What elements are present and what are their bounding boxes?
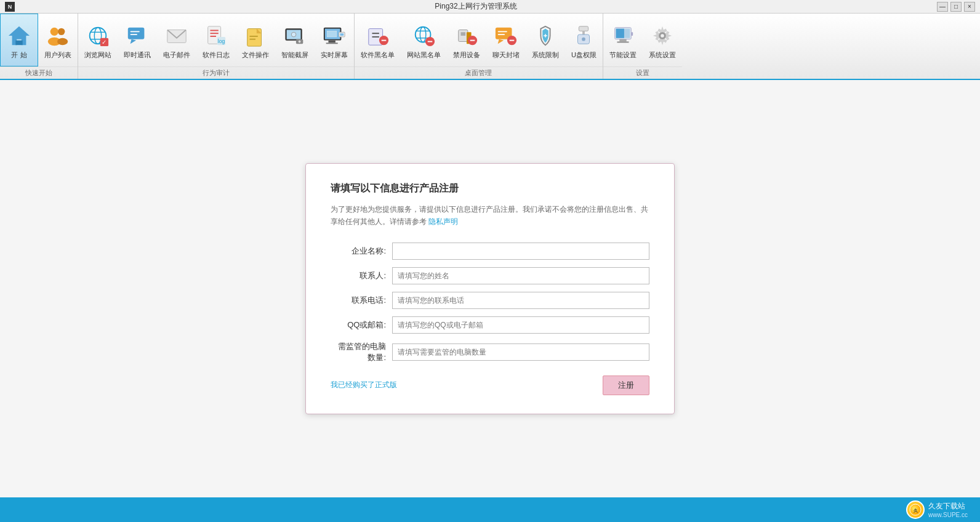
- already-bought-link[interactable]: 我已经购买了正式版: [331, 380, 397, 390]
- label-contact: 联系人:: [331, 270, 392, 281]
- toolbar-group-settings: 节能设置 系统设置 设置: [603, 14, 682, 79]
- bottom-bar: 久 久友下载站 www.SUPE.cc: [0, 497, 980, 522]
- svg-rect-71: [619, 39, 626, 41]
- toolbar-group-start: 开 始 用户列表 快速开始: [0, 14, 78, 79]
- toolbar-btn-browse[interactable]: ✓ 浏览网站: [78, 14, 118, 66]
- toolbar-label-userlist: 用户列表: [44, 50, 71, 60]
- input-pccount[interactable]: [392, 343, 649, 361]
- svg-marker-56: [498, 39, 504, 44]
- maximize-button[interactable]: □: [950, 2, 962, 12]
- toolbar-btn-im[interactable]: 即时通讯: [118, 14, 157, 66]
- toolbar-btn-userlist[interactable]: 用户列表: [38, 14, 78, 66]
- toolbar-label-sysconfig: 系统设置: [649, 50, 676, 60]
- toolbar: 开 始 用户列表 快速开始: [0, 14, 980, 80]
- toolbar-btn-webblack[interactable]: 网站黑名单: [401, 14, 447, 66]
- input-company[interactable]: [392, 243, 649, 260]
- label-company: 企业名称:: [331, 246, 392, 257]
- svg-rect-26: [250, 38, 256, 39]
- softlog-icon: log: [204, 23, 228, 48]
- toolbar-btn-realscreen[interactable]: 实时屏幕: [315, 14, 354, 66]
- register-button[interactable]: 注册: [603, 375, 649, 395]
- dialog-title: 请填写以下信息进行产品注册: [331, 182, 649, 195]
- email-icon: [164, 23, 189, 48]
- svg-rect-18: [211, 30, 219, 31]
- toolbar-label-screenshot: 智能截屏: [281, 50, 308, 60]
- svg-text:log: log: [218, 38, 225, 44]
- svg-rect-63: [579, 26, 588, 31]
- svg-rect-35: [329, 40, 335, 42]
- toolbar-btn-sysconfig[interactable]: 系统设置: [643, 14, 682, 66]
- dialog-description: 为了更好地为您提供服务，请提供以下信息进行产品注册。我们承诺不会将您的注册信息出…: [331, 204, 649, 227]
- form-row-phone: 联系电话:: [331, 292, 649, 309]
- toolbar-btn-start[interactable]: 开 始: [0, 14, 38, 66]
- toolbar-label-im: 即时通讯: [124, 50, 151, 60]
- svg-rect-57: [498, 31, 507, 32]
- input-phone[interactable]: [392, 292, 649, 309]
- input-contact[interactable]: [392, 267, 649, 284]
- svg-text:久: 久: [913, 508, 918, 513]
- toolbar-btn-forbiddev[interactable]: 禁用设备: [447, 14, 486, 66]
- privacy-link[interactable]: 隐私声明: [428, 217, 458, 226]
- registration-dialog: 请填写以下信息进行产品注册 为了更好地为您提供服务，请提供以下信息进行产品注册。…: [305, 163, 675, 414]
- svg-point-75: [661, 34, 664, 38]
- toolbar-group-label-settings: 设置: [603, 66, 682, 79]
- window-title: Ping32上网行为管理系统: [15, 1, 937, 12]
- svg-rect-19: [211, 33, 219, 34]
- toolbar-btn-softlog[interactable]: log 软件日志: [196, 14, 236, 66]
- toolbar-btn-fileop[interactable]: 文件操作: [236, 14, 275, 66]
- main-content: 请填写以下信息进行产品注册 为了更好地为您提供服务，请提供以下信息进行产品注册。…: [0, 80, 980, 497]
- svg-rect-38: [340, 33, 344, 36]
- form-row-company: 企业名称:: [331, 243, 649, 260]
- toolbar-label-energy: 节能设置: [609, 50, 637, 60]
- toolbar-label-fileop: 文件操作: [242, 50, 269, 60]
- toolbar-group-label-desktop: 桌面管理: [355, 66, 603, 79]
- svg-rect-15: [131, 34, 137, 35]
- file-icon: [243, 23, 268, 48]
- browse-icon: ✓: [86, 23, 110, 48]
- label-phone: 联系电话:: [331, 295, 392, 306]
- forbiddev-icon: [454, 23, 479, 48]
- form-row-contact: 联系人:: [331, 267, 649, 284]
- toolbar-btn-udisk[interactable]: U盘权限: [565, 14, 603, 66]
- svg-point-2: [50, 27, 58, 35]
- svg-point-66: [582, 37, 586, 41]
- input-qq[interactable]: [392, 316, 649, 334]
- svg-point-5: [57, 38, 68, 44]
- bottom-logo-text: 久友下载站 www.SUPE.cc: [928, 501, 968, 518]
- svg-marker-13: [131, 39, 137, 44]
- toolbar-btn-softblack[interactable]: 软件黑名单: [355, 14, 401, 66]
- toolbar-btn-chatblock[interactable]: 聊天封堵: [486, 14, 526, 66]
- svg-rect-70: [616, 28, 624, 38]
- svg-rect-25: [250, 36, 258, 37]
- home-icon: [7, 23, 31, 48]
- label-qq: QQ或邮箱:: [331, 319, 392, 331]
- label-pccount: 需监管的电脑数量:: [331, 341, 392, 363]
- toolbar-btn-energy[interactable]: 节能设置: [603, 14, 643, 66]
- udisk-icon: [571, 23, 596, 48]
- svg-point-29: [291, 32, 296, 37]
- toolbar-label-udisk: U盘权限: [571, 50, 596, 60]
- close-button[interactable]: ×: [964, 2, 975, 12]
- toolbar-label-chatblock: 聊天封堵: [492, 50, 520, 60]
- realscreen-icon: [322, 23, 347, 48]
- toolbar-group-desktop: 软件黑名单 网站黑名单: [355, 14, 603, 79]
- minimize-button[interactable]: —: [937, 2, 948, 12]
- title-bar: N Ping32上网行为管理系统 — □ ×: [0, 0, 980, 14]
- toolbar-label-restrict: 系统限制: [532, 50, 559, 60]
- toolbar-group-audit: ✓ 浏览网站 即时通讯: [78, 14, 355, 79]
- form-row-pccount: 需监管的电脑数量:: [331, 341, 649, 363]
- svg-rect-12: [128, 27, 145, 39]
- settings-icon: [650, 23, 675, 48]
- bottom-logo: 久 久友下载站 www.SUPE.cc: [906, 500, 968, 519]
- toolbar-label-webblack: 网站黑名单: [407, 50, 441, 60]
- toolbar-btn-restrict[interactable]: 系统限制: [526, 14, 565, 66]
- svg-rect-14: [131, 31, 140, 32]
- users-icon: [46, 23, 70, 48]
- toolbar-group-label-start: 快速开始: [0, 66, 78, 79]
- svg-point-31: [299, 40, 301, 42]
- toolbar-btn-screenshot[interactable]: 智能截屏: [275, 14, 315, 66]
- svg-rect-58: [498, 34, 505, 35]
- svg-rect-68: [631, 32, 633, 36]
- toolbar-label-browse: 浏览网站: [84, 50, 111, 60]
- toolbar-btn-email[interactable]: 电子邮件: [157, 14, 196, 66]
